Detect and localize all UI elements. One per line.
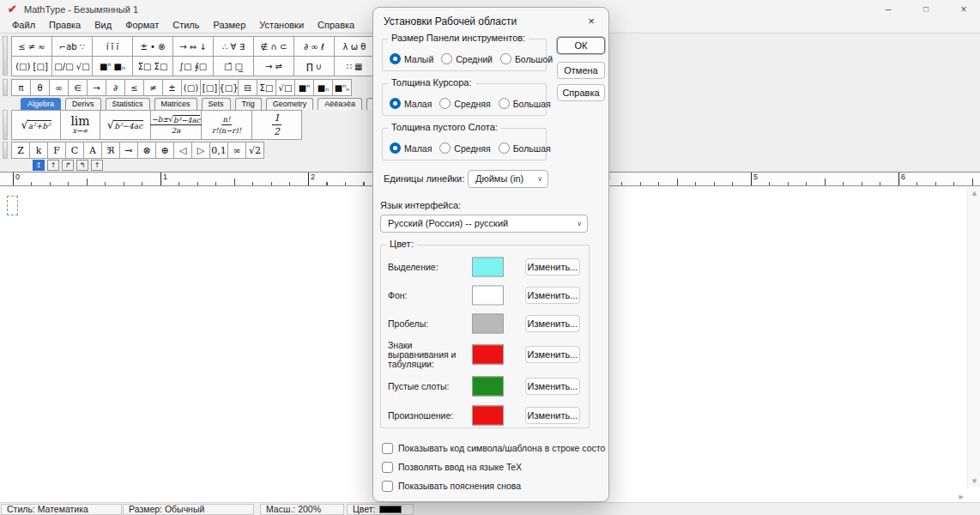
small-symbol-button[interactable]: ⊟ (239, 80, 257, 95)
symbol-palette-button[interactable]: → ⇔ ↓ (173, 37, 213, 56)
change-color-button[interactable]: Изменить... (525, 258, 580, 276)
template-quadratic-formula[interactable]: −b±√b²−4ac 2a (151, 111, 201, 139)
template-palette-button[interactable]: (□) [□] (12, 57, 51, 76)
small-symbol-button[interactable]: ≤ (125, 80, 143, 95)
template-binomial[interactable]: n! r!(n−r)! (202, 111, 251, 139)
checkbox[interactable] (382, 462, 393, 473)
ok-button[interactable]: ОК (557, 37, 605, 54)
symbol-palette-button[interactable]: ⌐ab ∵ (52, 37, 92, 56)
category-tab[interactable]: Matrices (154, 98, 197, 110)
tab-stop-button[interactable]: ↥ (33, 160, 45, 171)
radio-label[interactable]: Большая (513, 143, 551, 154)
template-discriminant[interactable]: √b²−4ac (100, 111, 150, 139)
user-symbol-button[interactable]: k (30, 142, 47, 158)
help-button[interactable]: Справка (557, 84, 605, 101)
tab-stop-button[interactable]: ↰ (76, 160, 88, 171)
tab-stop-button[interactable]: ↑ (47, 160, 59, 171)
small-symbol-button[interactable]: → (88, 80, 106, 95)
tab-stop-button[interactable]: ↱ (62, 160, 74, 171)
radio-toolbar-medium[interactable] (441, 53, 452, 64)
template-one-half[interactable]: 1 2 (252, 111, 301, 139)
small-symbol-button[interactable]: Σ□ (257, 80, 275, 95)
checkbox-label[interactable]: Позволять ввод на языке TeX (398, 462, 522, 472)
radio-cursor-medium[interactable] (439, 98, 451, 109)
radio-label[interactable]: Большой (515, 54, 553, 64)
interface-language-select[interactable]: Русский (Россия) -- русский ∨ (380, 215, 588, 233)
change-color-button[interactable]: Изменить... (525, 315, 580, 332)
user-symbol-button[interactable]: ∞ (228, 142, 245, 158)
change-color-button[interactable]: Изменить... (525, 378, 580, 395)
category-tab[interactable]: Аёёаэёа (318, 98, 362, 110)
symbol-palette-button[interactable]: ∉ ∩ ⊂ (254, 37, 293, 56)
small-symbol-button[interactable]: {□} (220, 80, 238, 95)
menu-item[interactable]: Вид (88, 19, 118, 33)
radio-label[interactable]: Средний (456, 54, 493, 64)
small-symbol-button[interactable]: √□ (276, 80, 294, 95)
small-symbol-button[interactable]: θ (31, 80, 49, 95)
small-symbol-button[interactable]: [□] (201, 80, 219, 95)
checkbox[interactable] (382, 481, 393, 492)
template-palette-button[interactable]: □̄ □̲ (214, 57, 253, 76)
category-tab[interactable]: Trig (235, 98, 262, 110)
category-tab[interactable]: Sets (202, 98, 231, 110)
ruler-units-select[interactable]: Дюймы (in) ∨ (468, 170, 548, 188)
radio-toolbar-small[interactable] (390, 53, 401, 64)
radio-cursor-thin[interactable] (390, 98, 401, 109)
user-symbol-button[interactable]: ⊕ (156, 142, 173, 158)
radio-label[interactable]: Средняя (454, 99, 490, 109)
dialog-close-icon[interactable]: × (582, 12, 601, 31)
checkbox-label[interactable]: Показывать пояснения снова (398, 481, 521, 491)
menu-item[interactable]: Файл (5, 19, 42, 33)
small-symbol-button[interactable]: ± (163, 80, 181, 95)
symbol-palette-button[interactable]: ± • ⊗ (133, 37, 172, 56)
radio-label[interactable]: Малая (404, 99, 432, 109)
radio-slot-medium[interactable] (439, 142, 451, 154)
change-color-button[interactable]: Изменить... (525, 346, 580, 363)
menu-item[interactable]: Стиль (166, 19, 206, 33)
user-symbol-button[interactable]: Z (12, 142, 29, 158)
radio-toolbar-large[interactable] (500, 53, 511, 64)
user-symbol-button[interactable]: ⊸ (120, 142, 137, 158)
tab-stop-button[interactable]: ↑ (91, 160, 103, 171)
category-tab[interactable]: Geometry (266, 98, 314, 110)
scroll-down-icon[interactable]: ▼ (968, 478, 980, 485)
user-symbol-button[interactable]: F (48, 142, 65, 158)
template-palette-button[interactable]: ∫□ ∮□ (173, 57, 213, 76)
symbol-palette-button[interactable]: í ī ï (93, 37, 132, 56)
symbol-palette-button[interactable]: ∴ ∀ ∃ (214, 37, 253, 56)
small-symbol-button[interactable]: ■ⁿ (295, 80, 313, 95)
scroll-up-icon[interactable]: ▲ (968, 190, 980, 197)
radio-slot-thick[interactable] (499, 142, 510, 154)
radio-label[interactable]: Большая (513, 99, 551, 109)
cancel-button[interactable]: Отмена (557, 62, 605, 79)
menu-item[interactable]: Правка (42, 19, 88, 33)
user-symbol-button[interactable]: ⊗ (138, 142, 155, 158)
minimize-button[interactable]: – (874, 1, 903, 18)
category-tab[interactable]: Derivs (65, 98, 101, 110)
user-symbol-button[interactable]: [0,1] (210, 142, 227, 158)
template-palette-button[interactable]: □/□ √□ (52, 57, 92, 76)
user-symbol-button[interactable]: ◁ (174, 142, 191, 158)
small-symbol-button[interactable]: (□) (182, 80, 200, 95)
small-symbol-button[interactable]: π (12, 80, 30, 95)
radio-cursor-thick[interactable] (499, 98, 510, 109)
symbol-palette-button[interactable]: λ ω θ (335, 37, 374, 56)
user-symbol-button[interactable]: ▷ (192, 142, 209, 158)
small-symbol-button[interactable]: ≠ (144, 80, 162, 95)
symbol-palette-button[interactable]: ∂ ∞ ℓ (294, 37, 334, 56)
radio-label[interactable]: Средняя (454, 143, 490, 154)
vertical-scrollbar[interactable]: ▲ ▼ (967, 187, 980, 488)
change-color-button[interactable]: Изменить... (525, 287, 580, 304)
user-symbol-button[interactable]: C (66, 142, 83, 158)
menu-item[interactable]: Формат (118, 19, 166, 33)
small-symbol-button[interactable]: ■ₙ (314, 80, 332, 95)
small-symbol-button[interactable]: ■ⁿₙ (333, 80, 351, 95)
menu-item[interactable]: Установки (252, 19, 311, 33)
restore-button[interactable]: □ (911, 1, 941, 18)
category-tab[interactable]: Algebra (21, 98, 61, 110)
small-symbol-button[interactable]: ∂ (106, 80, 124, 95)
change-color-button[interactable]: Изменить... (525, 407, 580, 424)
menu-item[interactable]: Справка (311, 19, 361, 33)
radio-label[interactable]: Малая (404, 143, 432, 154)
small-symbol-button[interactable]: ∈ (69, 80, 87, 95)
